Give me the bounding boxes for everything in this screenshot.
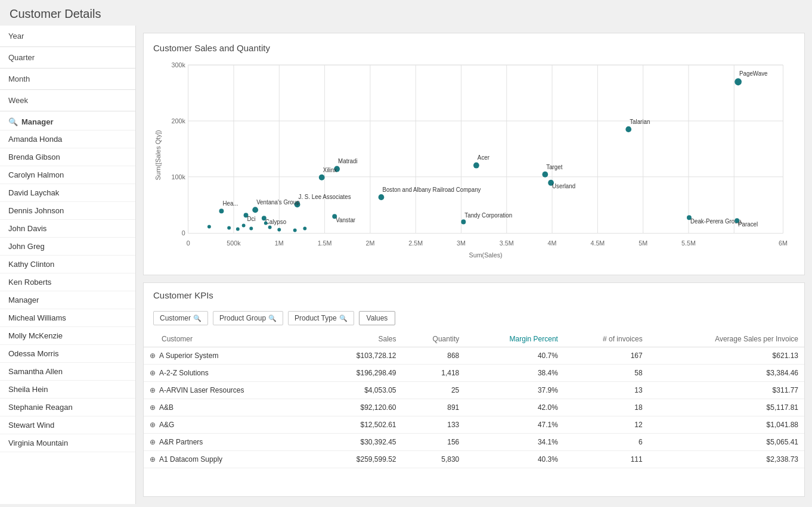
kpi-filter-customer[interactable]: Customer 🔍 [153,311,208,325]
scatter-chart-panel: Customer Sales and Quantity .axis-label … [143,33,805,275]
values-button[interactable]: Values [359,311,396,325]
kpi-avg-sales: $3,384.46 [649,365,804,382]
manager-list-container[interactable]: Amanda HondaBrenda GibsonCarolyn HalmonD… [0,130,135,504]
svg-text:Dci: Dci [247,216,255,222]
svg-text:500k: 500k [227,239,241,247]
svg-point-40 [625,126,631,132]
manager-list-item[interactable]: Brenda Gibson [0,148,135,166]
manager-list-item[interactable]: Virginia Mountain [0,434,135,452]
manager-list-item[interactable]: Sheila Hein [0,381,135,399]
manager-list-item[interactable]: Samantha Allen [0,363,135,381]
svg-text:4.5M: 4.5M [590,239,605,247]
svg-point-58 [219,209,224,213]
filter-btn-month[interactable]: Month [0,69,135,90]
manager-list-item[interactable]: Stephanie Reagan [0,399,135,416]
sidebar: YearQuarterMonthWeek 🔍 Manager Amanda Ho… [0,26,136,504]
kpi-quantity: 5,830 [402,451,466,468]
svg-text:Acer: Acer [478,154,490,161]
svg-text:Tandy Corporation: Tandy Corporation [464,212,512,219]
col-customer: Customer [144,331,318,347]
svg-text:Xilinx: Xilinx [323,167,337,173]
kpi-margin: 38.4% [465,365,564,382]
filter-btn-week[interactable]: Week [0,90,135,111]
manager-section-header: 🔍 Manager [0,111,135,130]
main-content: Customer Sales and Quantity .axis-label … [136,26,812,504]
kpi-sales: $12,502.61 [318,416,402,434]
svg-point-42 [473,163,479,169]
svg-text:Sum(Sales): Sum(Sales) [469,251,503,259]
filter-btn-year[interactable]: Year [0,26,135,47]
kpi-table-row: ⊕ A&G $12,502.61 133 47.1% 12 $1,041.88 [144,416,804,434]
svg-point-72 [264,221,268,225]
expand-icon[interactable]: ⊕ [150,438,156,446]
svg-point-77 [249,226,253,230]
kpi-avg-sales: $2,338.73 [649,451,804,468]
kpi-sales: $30,392.45 [318,434,402,451]
kpi-margin: 42.0% [465,399,564,416]
expand-icon[interactable]: ⊕ [150,421,156,429]
kpi-table-row: ⊕ A-ARVIN Laser Resources $4,053.05 25 3… [144,382,804,399]
kpi-panel: Customer KPIs Customer 🔍Product Group 🔍P… [143,282,805,497]
manager-list-item[interactable]: Carolyn Halmon [0,166,135,184]
manager-list-item[interactable]: Stewart Wind [0,416,135,434]
kpi-quantity: 133 [402,416,466,434]
svg-text:2.5M: 2.5M [408,239,423,247]
svg-text:Target: Target [546,163,562,170]
kpi-table-row: ⊕ A-2-Z Solutions $196,298.49 1,418 38.4… [144,365,804,382]
manager-list-item[interactable]: John Greg [0,238,135,256]
expand-icon[interactable]: ⊕ [150,455,156,464]
kpi-customer-cell: ⊕ A&G [144,416,318,433]
kpi-avg-sales: $5,065.41 [649,434,804,451]
page-title: Customer Details [0,0,812,26]
kpi-invoices: 18 [564,399,649,416]
svg-text:Paracel: Paracel [738,221,758,228]
svg-text:2M: 2M [365,239,374,247]
expand-icon[interactable]: ⊕ [150,352,156,360]
manager-list-item[interactable]: David Laychak [0,184,135,202]
kpi-customer-cell: ⊕ A1 Datacom Supply [144,451,318,468]
kpi-customer-cell: ⊕ A&B [144,399,318,416]
kpi-sales: $92,120.60 [318,399,402,416]
svg-text:Vanstar: Vanstar [336,217,356,223]
manager-list-item[interactable]: Odessa Morris [0,345,135,363]
svg-point-56 [252,207,258,213]
kpi-sales: $4,053.05 [318,382,402,399]
kpi-table: Customer Sales Quantity Margin Percent [144,331,804,468]
svg-text:Hea...: Hea... [222,200,238,207]
col-margin: Margin Percent [465,331,564,347]
svg-point-44 [542,172,548,178]
expand-icon[interactable]: ⊕ [150,386,156,394]
kpi-customer-cell: ⊕ A&R Partners [144,434,318,450]
expand-icon[interactable]: ⊕ [150,369,156,377]
scatter-svg: .axis-label { font-size: 11px; fill: #66… [153,59,795,263]
expand-icon[interactable]: ⊕ [150,403,156,412]
kpi-filter-product-type[interactable]: Product Type 🔍 [288,311,354,325]
kpi-filter-product-group[interactable]: Product Group 🔍 [213,311,283,325]
kpi-invoices: 167 [564,347,649,365]
svg-text:3.5M: 3.5M [500,239,514,247]
col-invoices: # of invoices [564,331,649,347]
svg-point-73 [207,225,211,228]
manager-list-item[interactable]: Amanda Honda [0,130,135,148]
kpi-table-container[interactable]: Customer Sales Quantity Margin Percent [144,331,804,496]
manager-list-item[interactable]: Dennis Johnson [0,202,135,220]
svg-point-38 [734,78,742,85]
kpi-invoices: 6 [564,434,649,451]
manager-list-item[interactable]: John Davis [0,220,135,238]
manager-list-item[interactable]: Kathy Clinton [0,256,135,273]
kpi-margin: 34.1% [465,434,564,451]
manager-list-item[interactable]: Micheal Williams [0,309,135,327]
svg-point-75 [236,227,240,231]
kpi-table-row: ⊕ A Superior System $103,728.12 868 40.7… [144,347,804,365]
svg-point-50 [319,175,325,181]
filter-btn-quarter[interactable]: Quarter [0,47,135,69]
manager-list-item[interactable]: Manager [0,291,135,309]
svg-text:Talarian: Talarian [630,119,650,125]
svg-rect-0 [188,65,783,233]
manager-list-item[interactable]: Ken Roberts [0,273,135,291]
col-sales: Sales [318,331,402,347]
manager-list-item[interactable]: Molly McKenzie [0,327,135,345]
svg-text:Calypso: Calypso [265,219,287,225]
svg-text:1M: 1M [275,239,284,247]
kpi-sales: $196,298.49 [318,365,402,382]
